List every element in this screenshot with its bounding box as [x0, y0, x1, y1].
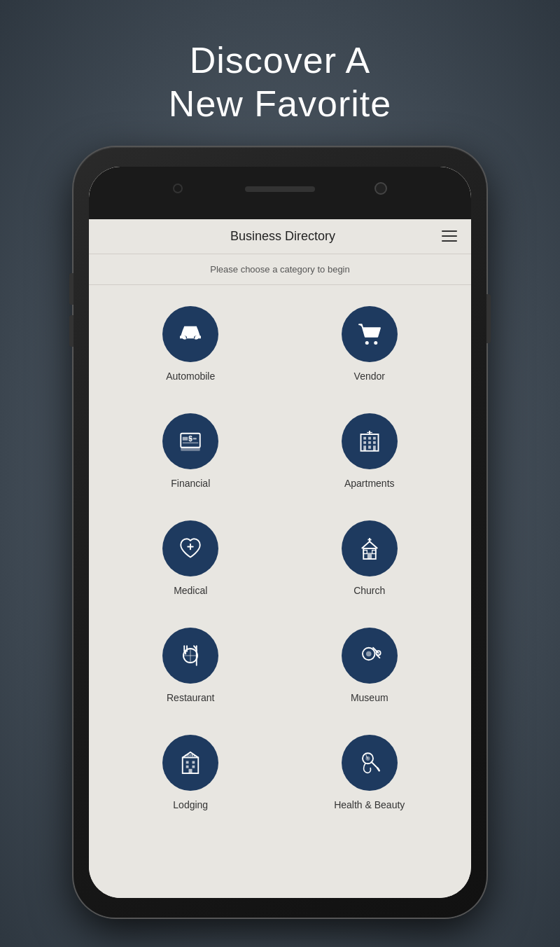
- svg-rect-15: [363, 441, 366, 444]
- svg-text:HOTEL: HOTEL: [186, 753, 196, 756]
- category-item-automobile[interactable]: Automobile: [103, 292, 279, 396]
- financial-icon: $: [176, 427, 204, 455]
- category-item-vendor[interactable]: Vendor: [282, 292, 458, 396]
- svg-line-49: [377, 768, 379, 770]
- museum-label: Museum: [351, 692, 388, 703]
- svg-point-3: [374, 341, 377, 345]
- svg-rect-26: [368, 553, 372, 559]
- svg-point-2: [365, 341, 369, 345]
- church-icon-circle: [342, 520, 398, 576]
- category-item-restaurant[interactable]: Restaurant: [103, 614, 279, 717]
- vendor-icon: [356, 320, 384, 348]
- svg-rect-41: [186, 761, 189, 763]
- svg-rect-9: [193, 438, 197, 440]
- volume-up-button: [69, 273, 74, 305]
- apartments-label: Apartments: [344, 478, 395, 489]
- lodging-icon-circle: HOTEL: [162, 735, 218, 791]
- vendor-icon-circle: [342, 306, 398, 362]
- app-header: Business Directory: [89, 219, 471, 254]
- category-item-church[interactable]: Church: [282, 506, 458, 610]
- health-beauty-icon: [356, 749, 384, 777]
- svg-point-1: [195, 336, 199, 339]
- museum-icon-circle: [342, 628, 398, 684]
- svg-rect-44: [192, 766, 195, 768]
- app-title: Business Directory: [124, 229, 442, 244]
- category-prompt: Please choose a category to begin: [89, 254, 471, 285]
- health-beauty-label: Health & Beauty: [334, 799, 405, 810]
- lodging-label: Lodging: [173, 799, 208, 810]
- svg-rect-8: [189, 438, 192, 440]
- restaurant-icon-circle: [162, 628, 218, 684]
- svg-rect-45: [189, 769, 192, 773]
- category-item-apartments[interactable]: Apartments: [282, 399, 458, 503]
- svg-rect-17: [373, 441, 376, 444]
- church-icon: [356, 534, 384, 562]
- automobile-icon-circle: [162, 306, 218, 362]
- svg-rect-6: [181, 448, 201, 451]
- vendor-label: Vendor: [354, 371, 385, 382]
- medical-icon: [176, 534, 204, 562]
- automobile-label: Automobile: [166, 371, 215, 382]
- svg-rect-42: [192, 761, 195, 763]
- category-item-financial[interactable]: $ Financial: [103, 399, 279, 503]
- svg-rect-43: [186, 766, 189, 768]
- category-item-health-beauty[interactable]: Health & Beauty: [282, 721, 458, 824]
- power-button: [486, 294, 491, 343]
- financial-icon-circle: $: [162, 413, 218, 469]
- svg-point-0: [183, 336, 186, 339]
- category-item-museum[interactable]: Museum: [282, 614, 458, 717]
- museum-icon: [356, 642, 384, 670]
- phone-device: Business Directory Please choose a categ…: [74, 147, 486, 918]
- lodging-icon: HOTEL: [176, 749, 204, 777]
- restaurant-label: Restaurant: [167, 692, 214, 703]
- church-label: Church: [354, 585, 385, 596]
- apartments-icon-circle: [342, 413, 398, 469]
- svg-rect-7: [183, 437, 188, 441]
- health-beauty-icon-circle: [342, 735, 398, 791]
- category-item-medical[interactable]: Medical: [103, 506, 279, 610]
- svg-point-36: [366, 651, 372, 657]
- category-item-lodging[interactable]: HOTEL Lodging: [103, 721, 279, 824]
- camera-icon: [374, 182, 387, 195]
- svg-rect-16: [368, 441, 371, 444]
- apartments-icon: [356, 427, 384, 455]
- app-content: Business Directory Please choose a categ…: [89, 219, 471, 898]
- svg-rect-10: [183, 442, 199, 443]
- automobile-icon: [176, 320, 204, 348]
- svg-rect-19: [373, 445, 376, 451]
- restaurant-icon: [176, 642, 204, 670]
- svg-point-50: [365, 756, 370, 760]
- notch-bar: [89, 167, 471, 219]
- phone-screen: Business Directory Please choose a categ…: [89, 167, 471, 898]
- medical-label: Medical: [174, 585, 207, 596]
- headline: Discover A New Favorite: [169, 39, 391, 126]
- phone-shell: Business Directory Please choose a categ…: [74, 147, 486, 918]
- svg-rect-18: [363, 445, 366, 451]
- financial-label: Financial: [171, 478, 210, 489]
- categories-grid: Automobile Vendor: [89, 285, 471, 831]
- hamburger-menu-button[interactable]: [442, 230, 457, 242]
- svg-rect-13: [368, 437, 371, 440]
- svg-rect-20: [368, 445, 371, 448]
- front-camera-icon: [173, 184, 183, 193]
- volume-down-button: [69, 315, 74, 347]
- svg-rect-14: [373, 437, 376, 440]
- speaker-icon: [245, 186, 315, 192]
- medical-icon-circle: [162, 520, 218, 576]
- svg-rect-12: [363, 437, 366, 440]
